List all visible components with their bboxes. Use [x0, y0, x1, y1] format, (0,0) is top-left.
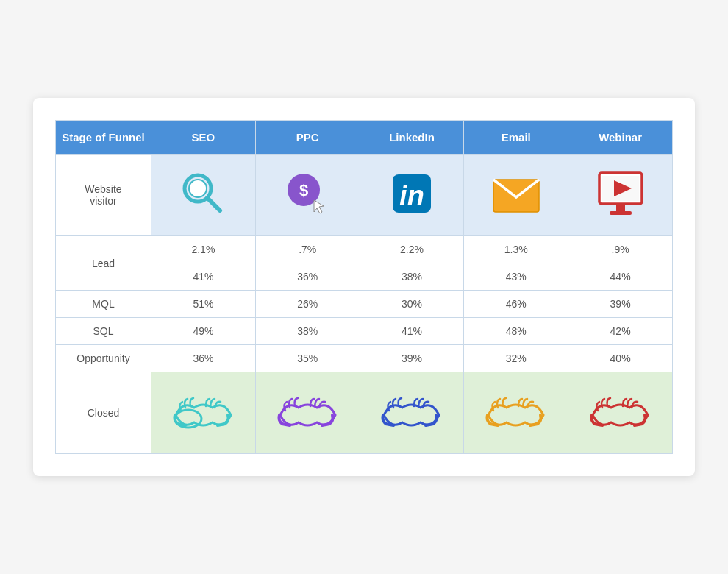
webinar-sql-rate: 42% — [568, 318, 673, 345]
webinar-lead-rate: 44% — [568, 263, 673, 291]
svg-point-1 — [189, 180, 207, 197]
email-visitor-rate: 1.3% — [464, 236, 568, 263]
email-opportunity-rate: 32% — [464, 345, 568, 372]
webinar-opportunity-rate: 40% — [568, 345, 673, 372]
linkedin-sql-rate: 41% — [360, 318, 464, 345]
svg-text:in: in — [399, 180, 424, 211]
webinar-closed-cell — [568, 372, 673, 454]
handshake-teal-icon — [172, 386, 235, 437]
sql-row: SQL 49% 38% 41% 48% 42% — [56, 318, 673, 345]
email-icon — [490, 174, 542, 214]
svg-marker-5 — [314, 200, 324, 213]
svg-rect-12 — [616, 204, 625, 211]
linkedin-mql-rate: 30% — [360, 291, 464, 318]
ppc-visitor-rate: .7% — [255, 236, 360, 263]
email-sql-rate: 48% — [464, 318, 568, 345]
closed-row: Closed — [56, 372, 673, 454]
email-icon-cell — [464, 155, 568, 236]
ppc-mql-rate: 26% — [255, 291, 360, 318]
stage-label-opportunity: Opportunity — [56, 345, 151, 372]
seo-icon — [177, 168, 229, 219]
seo-icon-cell — [151, 155, 256, 236]
ppc-icon: $ — [282, 168, 333, 219]
header-row: Stage of Funnel SEO PPC LinkedIn Email W… — [56, 121, 673, 155]
channel-header-seo: SEO — [151, 121, 256, 155]
linkedin-opportunity-rate: 39% — [360, 345, 464, 372]
seo-visitor-rate: 2.1% — [151, 236, 256, 263]
seo-mql-rate: 51% — [151, 291, 256, 318]
handshake-blue-icon — [380, 386, 443, 437]
website-visitor-row: Websitevisitor $ — [56, 155, 673, 236]
webinar-visitor-rate: .9% — [568, 236, 673, 263]
ppc-icon-cell: $ — [255, 155, 360, 236]
svg-rect-13 — [610, 211, 632, 215]
seo-lead-rate: 41% — [151, 263, 256, 291]
handshake-purple-icon — [276, 386, 339, 437]
svg-text:$: $ — [299, 181, 308, 199]
seo-opportunity-rate: 36% — [151, 345, 256, 372]
channel-header-email: Email — [464, 121, 568, 155]
linkedin-closed-cell — [360, 372, 464, 454]
linkedin-visitor-rate: 2.2% — [360, 236, 464, 263]
svg-line-2 — [207, 198, 220, 210]
opportunity-row: Opportunity 36% 35% 39% 32% 40% — [56, 345, 673, 372]
webinar-mql-rate: 39% — [568, 291, 673, 318]
ppc-lead-rate: 36% — [255, 263, 360, 291]
email-mql-rate: 46% — [464, 291, 568, 318]
stage-label-lead: Lead — [56, 236, 151, 291]
email-lead-rate: 43% — [464, 263, 568, 291]
seo-closed-cell — [151, 372, 256, 454]
webinar-icon — [595, 170, 646, 218]
funnel-table: Stage of Funnel SEO PPC LinkedIn Email W… — [55, 120, 673, 454]
stage-label-visitor: Websitevisitor — [56, 155, 151, 236]
table-wrapper: Stage of Funnel SEO PPC LinkedIn Email W… — [33, 98, 695, 476]
handshake-orange-icon — [485, 386, 547, 437]
linkedin-icon: in — [390, 171, 434, 216]
stage-label-closed: Closed — [56, 372, 151, 454]
ppc-closed-cell — [255, 372, 360, 454]
email-closed-cell — [464, 372, 568, 454]
linkedin-lead-rate: 38% — [360, 263, 464, 291]
stage-header: Stage of Funnel — [56, 121, 151, 155]
webinar-icon-cell — [568, 155, 673, 236]
lead-visitor-rate-row: Lead 2.1% .7% 2.2% 1.3% .9% — [56, 236, 673, 263]
stage-label-mql: MQL — [56, 291, 151, 318]
channel-header-linkedin: LinkedIn — [360, 121, 464, 155]
linkedin-icon-cell: in — [360, 155, 464, 236]
ppc-opportunity-rate: 35% — [255, 345, 360, 372]
channel-header-webinar: Webinar — [568, 121, 673, 155]
mql-row: MQL 51% 26% 30% 46% 39% — [56, 291, 673, 318]
seo-sql-rate: 49% — [151, 318, 256, 345]
handshake-red-icon — [589, 386, 652, 437]
channel-header-ppc: PPC — [255, 121, 360, 155]
stage-label-sql: SQL — [56, 318, 151, 345]
ppc-sql-rate: 38% — [255, 318, 360, 345]
